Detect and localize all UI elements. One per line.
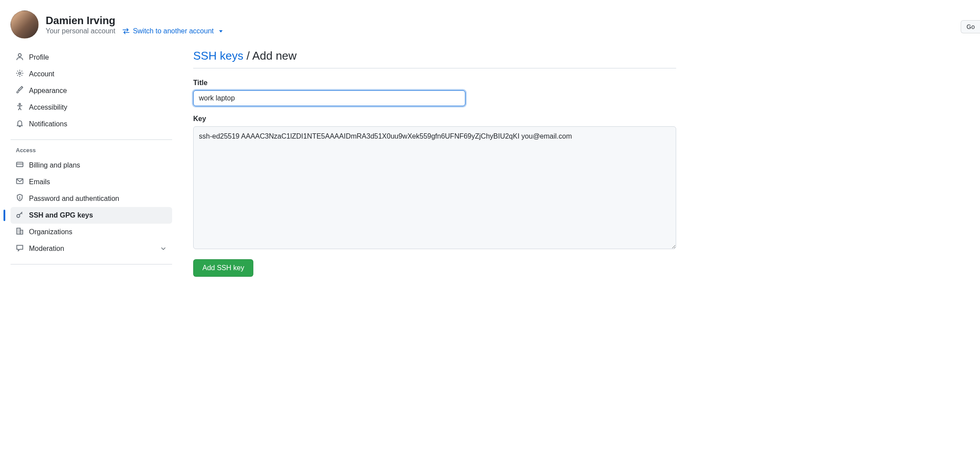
sidebar-item-label: Appearance xyxy=(29,87,67,95)
account-name: Damien Irving xyxy=(46,14,223,27)
accessibility-icon xyxy=(16,103,24,112)
sidebar-item-moderation[interactable]: Moderation xyxy=(11,240,172,257)
credit-card-icon xyxy=(16,161,24,170)
switch-account-link[interactable]: Switch to another account xyxy=(122,27,223,35)
breadcrumb-current: Add new xyxy=(252,49,296,62)
title-label: Title xyxy=(193,79,676,87)
gear-icon xyxy=(16,69,24,79)
sidebar-item-account[interactable]: Account xyxy=(11,66,172,82)
sidebar-item-label: Notifications xyxy=(29,120,67,128)
sidebar-item-label: Emails xyxy=(29,178,50,186)
sidebar-item-label: Password and authentication xyxy=(29,195,119,203)
account-header: Damien Irving Your personal account Swit… xyxy=(11,11,980,39)
avatar[interactable] xyxy=(11,11,39,39)
sidebar-item-label: Account xyxy=(29,70,54,78)
sidebar-item-profile[interactable]: Profile xyxy=(11,49,172,66)
key-icon xyxy=(16,211,24,220)
page-title: SSH keys / Add new xyxy=(193,49,676,68)
go-button[interactable]: Go xyxy=(961,20,980,33)
account-subtitle: Your personal account xyxy=(46,27,115,35)
sidebar-item-organizations[interactable]: Organizations xyxy=(11,224,172,240)
sidebar-item-ssh-and-gpg-keys[interactable]: SSH and GPG keys xyxy=(11,207,172,224)
sidebar-item-label: Billing and plans xyxy=(29,161,80,169)
chevron-down-icon xyxy=(219,30,223,32)
nav-heading-access: Access xyxy=(11,143,172,157)
sidebar-item-notifications[interactable]: Notifications xyxy=(11,116,172,132)
sidebar-item-label: Profile xyxy=(29,54,49,61)
key-label: Key xyxy=(193,115,676,123)
svg-point-0 xyxy=(18,54,22,57)
organization-icon xyxy=(16,227,24,237)
bell-icon xyxy=(16,119,24,129)
sidebar-item-appearance[interactable]: Appearance xyxy=(11,82,172,99)
nav-divider xyxy=(11,264,172,264)
chevron-down-icon xyxy=(160,245,167,252)
nav-divider xyxy=(11,139,172,140)
brush-icon xyxy=(16,86,24,96)
comment-icon xyxy=(16,244,24,254)
sidebar-item-password-and-authentication[interactable]: Password and authentication xyxy=(11,190,172,207)
sidebar-item-label: SSH and GPG keys xyxy=(29,211,93,219)
mail-icon xyxy=(16,177,24,187)
add-ssh-key-button[interactable]: Add SSH key xyxy=(193,259,253,277)
main-content: SSH keys / Add new Title Key Add SSH key xyxy=(193,49,676,277)
svg-point-5 xyxy=(19,199,20,199)
title-input[interactable] xyxy=(193,90,465,106)
svg-rect-8 xyxy=(20,230,23,234)
shield-icon xyxy=(16,194,24,204)
svg-rect-3 xyxy=(17,162,23,167)
svg-rect-7 xyxy=(17,228,20,234)
sidebar-item-accessibility[interactable]: Accessibility xyxy=(11,99,172,116)
sidebar-item-label: Organizations xyxy=(29,228,72,236)
key-textarea[interactable] xyxy=(193,126,676,249)
breadcrumb-link[interactable]: SSH keys xyxy=(193,49,243,62)
sidebar-item-emails[interactable]: Emails xyxy=(11,174,172,190)
sidebar-item-billing-and-plans[interactable]: Billing and plans xyxy=(11,157,172,174)
sidebar-item-label: Moderation xyxy=(29,245,64,253)
settings-sidebar: ProfileAccountAppearanceAccessibilityNot… xyxy=(11,49,172,277)
svg-point-2 xyxy=(19,104,20,105)
switch-icon xyxy=(122,28,130,35)
person-icon xyxy=(16,53,24,62)
sidebar-item-label: Accessibility xyxy=(29,104,67,111)
svg-point-1 xyxy=(19,72,21,75)
